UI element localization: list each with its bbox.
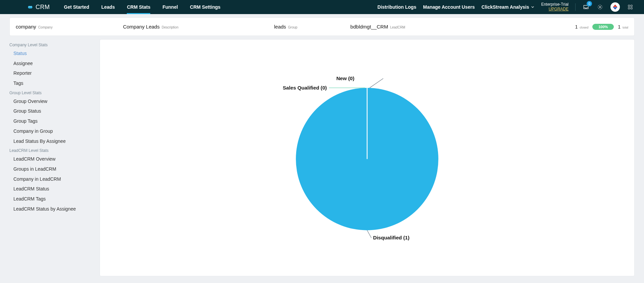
notification-badge: 0 (587, 1, 592, 6)
sidebar-item-tags[interactable]: Tags (9, 78, 95, 89)
tab-funnel[interactable]: Funnel (156, 0, 184, 14)
tab-label: CRM Stats (127, 4, 150, 10)
sidebar-item-group-status[interactable]: Group Status (9, 106, 95, 116)
info-company-label: Company (38, 25, 53, 29)
sidebar-item-label: Tags (13, 80, 23, 86)
link-manage-users[interactable]: Manage Account Users (423, 4, 475, 10)
brand[interactable]: CRM (27, 4, 50, 11)
apps-icon[interactable] (627, 3, 634, 11)
sidebar-item-label: Reporter (13, 70, 32, 76)
sidebar-item-assignee[interactable]: Assignee (9, 59, 95, 69)
stats-cluster: 1 closed 100% 1 total (575, 24, 628, 30)
info-company-value: company (16, 24, 36, 30)
info-bar: company Company Company Leads Descriptio… (9, 17, 635, 36)
sidebar-item-label: Lead Status By Assignee (13, 138, 66, 144)
nav-link-label: Distribution Logs (377, 4, 416, 10)
info-crm-label: LeadCRM (390, 25, 405, 29)
tab-crm-stats[interactable]: CRM Stats (121, 0, 156, 14)
sidebar-item-label: Assignee (13, 61, 33, 66)
brand-text: CRM (36, 4, 50, 11)
info-description-value: Company Leads (123, 24, 160, 30)
sidebar-item-leadcrm-overview[interactable]: LeadCRM Overview (9, 154, 95, 164)
sidebar-item-leadcrm-tags[interactable]: LeadCRM Tags (9, 194, 95, 204)
sidebar-item-lead-status-by-assignee[interactable]: Lead Status By Assignee (9, 136, 95, 147)
sidebar-item-label: Company in Group (13, 128, 53, 134)
chevron-down-icon (531, 5, 534, 9)
nav-right: Distribution Logs Manage Account Users C… (377, 2, 634, 12)
total-count-num: 1 (618, 24, 621, 30)
sidebar-section-group: Group Level Stats (9, 89, 95, 97)
pie-label-new: New (0) (336, 75, 355, 81)
sidebar-item-label: LeadCRM Status (13, 186, 49, 191)
tab-label: Funnel (162, 4, 178, 10)
tab-crm-settings[interactable]: CRM Settings (184, 0, 226, 14)
svg-point-0 (599, 6, 601, 8)
sidebar-item-label: Group Tags (13, 118, 38, 124)
sidebar-item-label: Groups in LeadCRM (13, 166, 56, 172)
sidebar-item-label: Group Status (13, 108, 41, 114)
tier-label: Enterprise-Trial (541, 2, 569, 7)
upgrade-link[interactable]: UPGRADE (541, 7, 569, 12)
sidebar-item-group-tags[interactable]: Group Tags (9, 116, 95, 126)
info-group: leads Group (274, 24, 298, 30)
sidebar-section-company: Company Level Stats (9, 41, 95, 49)
sidebar-item-leadcrm-status-by-assignee[interactable]: LeadCRM Status by Assignee (9, 204, 95, 214)
pie-label-sales-qualified: Sales Qualified (0) (283, 85, 327, 91)
info-crm-value: bdbldmgt__CRM (351, 24, 388, 30)
pie-overlay: New (0) Sales Qualified (0) Disqualified… (100, 40, 634, 276)
svg-rect-4 (631, 8, 633, 9)
svg-rect-2 (631, 5, 633, 7)
sidebar-item-leadcrm-status[interactable]: LeadCRM Status (9, 184, 95, 194)
nav-link-label: ClickStream Analysis (482, 4, 529, 10)
pie-label-disqualified: Disqualified (1) (373, 235, 410, 241)
info-description: Company Leads Description (123, 24, 178, 30)
sidebar-item-label: LeadCRM Status by Assignee (13, 206, 76, 212)
sidebar-item-label: LeadCRM Tags (13, 196, 46, 202)
avatar[interactable] (610, 2, 620, 12)
leader-new (370, 78, 383, 88)
leader-disqualified (367, 230, 372, 238)
nav-tabs: Get Started Leads CRM Stats Funnel CRM S… (58, 0, 227, 14)
total-count-label: total (623, 26, 628, 29)
nav-left: CRM Get Started Leads CRM Stats Funnel C… (27, 0, 226, 14)
sidebar-item-company-in-leadcrm[interactable]: Company in LeadCRM (9, 174, 95, 184)
info-group-label: Group (288, 25, 298, 29)
sidebar-item-label: Group Overview (13, 99, 47, 104)
upgrade-block: Enterprise-Trial UPGRADE (541, 2, 569, 12)
sidebar-item-status[interactable]: Status (9, 49, 95, 59)
sidebar: Company Level Stats Status Assignee Repo… (9, 39, 95, 276)
progress-pill: 100% (592, 24, 614, 30)
sidebar-item-group-overview[interactable]: Group Overview (9, 97, 95, 107)
total-count: 1 total (618, 24, 628, 30)
info-company: company Company (16, 24, 53, 30)
closed-count: 1 closed (575, 24, 588, 30)
tab-leads[interactable]: Leads (95, 0, 121, 14)
info-crm: bdbldmgt__CRM LeadCRM (351, 24, 406, 30)
svg-rect-3 (628, 8, 630, 9)
sidebar-item-reporter[interactable]: Reporter (9, 68, 95, 78)
sidebar-item-label: Status (13, 51, 27, 56)
sidebar-section-leadcrm: LeadCRM Level Stats (9, 146, 95, 154)
main-panel: New (0) Sales Qualified (0) Disqualified… (100, 39, 635, 276)
gear-icon[interactable] (596, 3, 604, 11)
nav-separator (575, 3, 576, 11)
closed-count-label: closed (580, 26, 588, 29)
closed-count-num: 1 (575, 24, 578, 30)
nav-link-label: Manage Account Users (423, 4, 475, 10)
svg-rect-1 (628, 5, 630, 7)
sidebar-item-label: LeadCRM Overview (13, 156, 55, 162)
inbox-icon[interactable]: 0 (582, 3, 590, 11)
sidebar-item-label: Company in LeadCRM (13, 176, 61, 182)
brain-icon (27, 5, 34, 9)
tab-label: Get Started (64, 4, 89, 10)
link-clickstream[interactable]: ClickStream Analysis (482, 4, 535, 10)
info-description-label: Description (162, 25, 178, 29)
info-group-value: leads (274, 24, 286, 30)
link-distribution-logs[interactable]: Distribution Logs (377, 4, 416, 10)
tab-get-started[interactable]: Get Started (58, 0, 95, 14)
top-nav: CRM Get Started Leads CRM Stats Funnel C… (0, 0, 644, 14)
sidebar-item-company-in-group[interactable]: Company in Group (9, 126, 95, 136)
tab-label: Leads (101, 4, 115, 10)
sidebar-item-groups-in-leadcrm[interactable]: Groups in LeadCRM (9, 164, 95, 174)
tab-label: CRM Settings (190, 4, 220, 10)
